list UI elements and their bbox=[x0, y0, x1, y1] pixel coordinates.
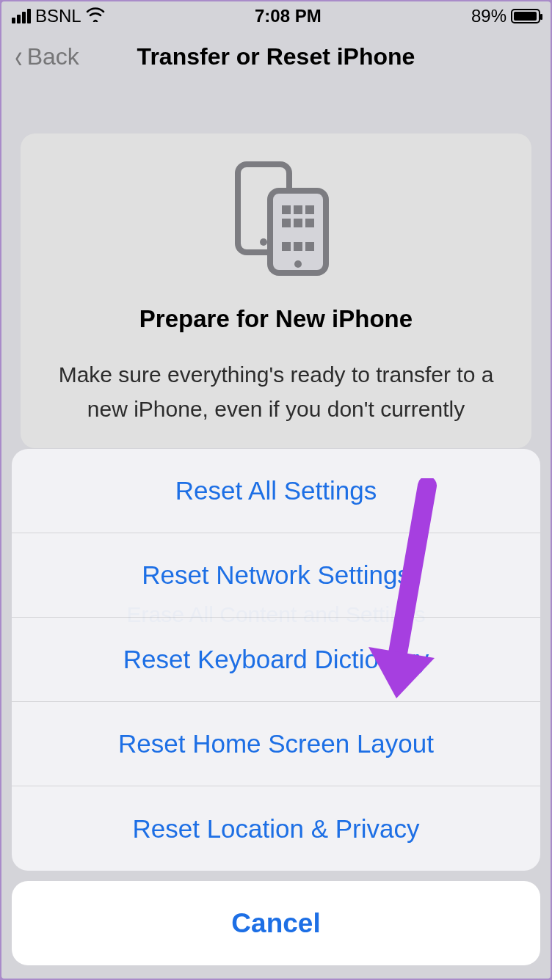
svg-rect-8 bbox=[294, 219, 302, 227]
reset-location-privacy-option[interactable]: Reset Location & Privacy bbox=[12, 786, 540, 871]
svg-rect-9 bbox=[305, 219, 314, 227]
status-bar: BSNL 7:08 PM 89% bbox=[1, 1, 551, 31]
chevron-left-icon: ‹ bbox=[15, 40, 22, 73]
svg-rect-5 bbox=[294, 205, 302, 214]
two-phones-icon bbox=[43, 158, 509, 276]
svg-rect-4 bbox=[282, 205, 291, 214]
reset-all-settings-option[interactable]: Reset All Settings bbox=[12, 449, 540, 533]
card-body: Make sure everything's ready to transfer… bbox=[43, 358, 509, 426]
back-label: Back bbox=[27, 43, 79, 70]
svg-rect-6 bbox=[305, 205, 314, 214]
reset-home-screen-layout-option[interactable]: Reset Home Screen Layout bbox=[12, 702, 540, 786]
svg-rect-12 bbox=[305, 242, 314, 251]
svg-point-1 bbox=[260, 238, 267, 246]
clock-time: 7:08 PM bbox=[255, 6, 322, 26]
cancel-button[interactable]: Cancel bbox=[12, 881, 540, 965]
wifi-icon bbox=[86, 6, 105, 26]
card-heading: Prepare for New iPhone bbox=[43, 305, 509, 333]
signal-icon bbox=[12, 9, 31, 23]
battery-percent: 89% bbox=[471, 6, 506, 26]
nav-bar: ‹ Back Transfer or Reset iPhone bbox=[1, 31, 551, 82]
reset-keyboard-dictionary-option[interactable]: Reset Keyboard Dictionary bbox=[12, 618, 540, 702]
carrier-label: BSNL bbox=[35, 6, 81, 26]
prepare-card: Prepare for New iPhone Make sure everyth… bbox=[21, 134, 531, 448]
page-title: Transfer or Reset iPhone bbox=[1, 43, 551, 70]
battery-icon bbox=[511, 9, 540, 23]
reset-network-settings-option[interactable]: Reset Network Settings bbox=[12, 533, 540, 618]
svg-rect-10 bbox=[282, 242, 291, 251]
svg-rect-11 bbox=[294, 242, 302, 251]
action-sheet: Reset All Settings Reset Network Setting… bbox=[1, 449, 551, 979]
svg-rect-7 bbox=[282, 219, 291, 227]
back-button[interactable]: ‹ Back bbox=[13, 40, 79, 73]
svg-point-3 bbox=[294, 260, 302, 268]
